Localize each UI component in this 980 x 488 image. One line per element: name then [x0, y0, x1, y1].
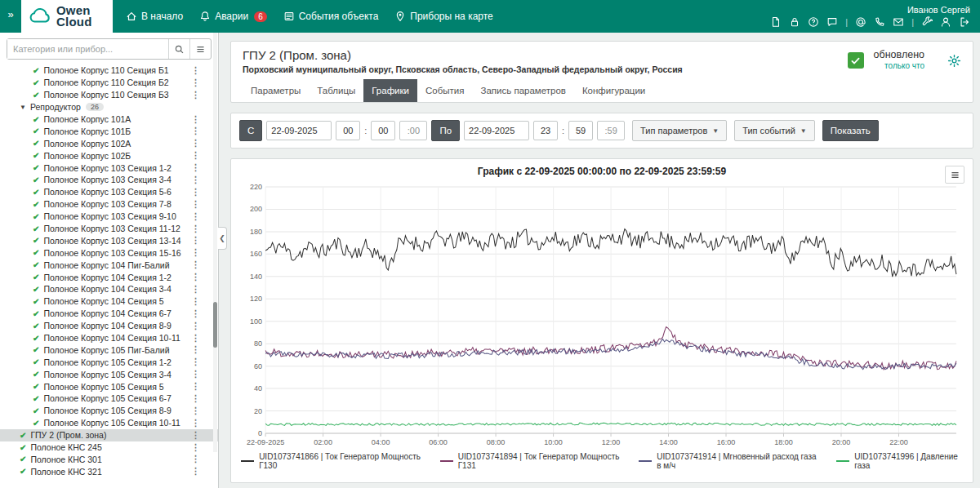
legend-item[interactable]: UID1073741866 | Ток Генератор Мощность Г…: [241, 452, 422, 470]
tree-device-row[interactable]: ✔Полоное Корпус 103 Секция 5-6⋮: [0, 186, 218, 198]
legend-item[interactable]: UID1073741996 | Давление газа: [836, 452, 963, 470]
help-icon[interactable]: [808, 16, 819, 28]
menu-icon[interactable]: [189, 39, 211, 59]
nav-item[interactable]: Приборы на карте: [394, 11, 492, 22]
item-menu-icon[interactable]: ⋮: [191, 442, 200, 453]
tree-device-row[interactable]: ✔Полоное Корпус 104 Секция 6-7⋮: [0, 308, 218, 320]
item-menu-icon[interactable]: ⋮: [191, 393, 200, 404]
wrench-icon[interactable]: [921, 16, 933, 28]
tree-device-row[interactable]: ✔Полоное Корпус 101Б⋮: [0, 125, 218, 137]
item-menu-icon[interactable]: ⋮: [191, 369, 200, 379]
item-menu-icon[interactable]: ⋮: [191, 272, 200, 282]
search-input[interactable]: [7, 39, 168, 59]
from-seconds-field[interactable]: [399, 121, 427, 140]
item-menu-icon[interactable]: ⋮: [191, 90, 200, 100]
file-icon[interactable]: [770, 16, 782, 28]
tree-device-row[interactable]: ✔Полоное Корпус 105 Пиг-Балий⋮: [0, 344, 218, 356]
from-hour-input[interactable]: [336, 121, 360, 140]
tree-device-row[interactable]: ✔Полоное Корпус 103 Секция 15-16⋮: [0, 246, 218, 259]
tree-group-row[interactable]: ▼Репродуктор26: [0, 101, 218, 113]
tree-device-row[interactable]: ✔Полоное Корпус 105 Секция 6-7⋮: [0, 393, 218, 405]
tree-device-row[interactable]: ✔Полоное Корпус 110 Секция Б2⋮: [0, 77, 218, 89]
to-date-input[interactable]: [464, 121, 529, 140]
item-menu-icon[interactable]: ⋮: [191, 284, 200, 295]
to-seconds-field[interactable]: [597, 121, 625, 140]
sidebar-collapse-handle[interactable]: ❮: [218, 227, 227, 250]
item-menu-icon[interactable]: ⋮: [191, 260, 200, 270]
item-menu-icon[interactable]: ⋮: [191, 65, 200, 76]
tree-device-row[interactable]: ✔Полоное Корпус 104 Пиг-Балий⋮: [0, 259, 218, 271]
nav-item[interactable]: Аварии6: [199, 11, 267, 22]
sidebar-scrollbar[interactable]: [213, 33, 217, 452]
item-menu-icon[interactable]: ⋮: [191, 114, 200, 125]
event-type-dropdown[interactable]: Тип событий▼: [734, 120, 815, 141]
tree-device-row[interactable]: ✔Полоное КНС 301⋮: [0, 454, 218, 466]
nav-item[interactable]: События объекта: [283, 11, 379, 22]
tab-события[interactable]: События: [417, 79, 472, 102]
tree-device-row[interactable]: ✔Полоное Корпус 105 Секция 3-4⋮: [0, 368, 218, 380]
phone-icon[interactable]: [874, 16, 885, 28]
sidebar-collapse-button[interactable]: »: [0, 0, 21, 33]
chart-export-menu-icon[interactable]: [945, 166, 964, 184]
param-type-dropdown[interactable]: Тип параметров▼: [632, 120, 727, 141]
user-icon[interactable]: [940, 16, 951, 28]
tree-device-row[interactable]: ✔Полоное Корпус 104 Секция 8-9⋮: [0, 320, 218, 332]
tree-device-row[interactable]: ✔Полоное Корпус 110 Секция Б1⋮: [0, 64, 218, 77]
tab-таблицы[interactable]: Таблицы: [309, 79, 363, 102]
item-menu-icon[interactable]: ⋮: [191, 381, 200, 392]
item-menu-icon[interactable]: ⋮: [191, 333, 200, 344]
tree-device-row[interactable]: ✔Полоное Корпус 103 Секция 1-2⋮: [0, 162, 218, 174]
tab-графики[interactable]: Графики: [363, 79, 417, 102]
item-menu-icon[interactable]: ⋮: [191, 406, 200, 416]
item-menu-icon[interactable]: ⋮: [191, 211, 200, 222]
item-menu-icon[interactable]: ⋮: [191, 247, 200, 258]
legend-item[interactable]: UID1073741894 | Ток Генератор Мощность Г…: [440, 452, 621, 470]
item-menu-icon[interactable]: ⋮: [191, 78, 200, 88]
tree-device-row[interactable]: ✔Полоное Корпус 102А⋮: [0, 137, 218, 149]
tree-device-row[interactable]: ✔Полоное Корпус 105 Секция 10-11⋮: [0, 417, 218, 429]
tree-device-row[interactable]: ✔Полоное Корпус 104 Секция 5⋮: [0, 295, 218, 308]
item-menu-icon[interactable]: ⋮: [191, 357, 200, 367]
item-menu-icon[interactable]: ⋮: [191, 187, 200, 197]
legend-item[interactable]: UID1073741914 | Мгновенный расход газа в…: [639, 452, 818, 470]
item-menu-icon[interactable]: ⋮: [191, 454, 200, 464]
item-menu-icon[interactable]: ⋮: [191, 430, 200, 441]
item-menu-icon[interactable]: ⋮: [191, 466, 200, 477]
chat-icon[interactable]: [826, 16, 838, 28]
tree-device-row[interactable]: ✔Полоное КНС 321⋮: [0, 465, 218, 477]
tab-запись параметров[interactable]: Запись параметров: [472, 79, 573, 102]
from-minute-input[interactable]: [371, 121, 395, 140]
at-icon[interactable]: [855, 16, 866, 28]
tree-device-row[interactable]: ✔Полоное Корпус 101А⋮: [0, 113, 218, 126]
app-logo[interactable]: OwenCloud: [21, 0, 113, 33]
tree-device-row[interactable]: ✔Полоное Корпус 103 Секция 9-10⋮: [0, 211, 218, 223]
tree-device-row[interactable]: ✔Полоное Корпус 105 Секция 5⋮: [0, 380, 218, 393]
tab-конфигурации[interactable]: Конфигурации: [574, 79, 653, 102]
tree-device-row[interactable]: ✔Полоное Корпус 103 Секция 7-8⋮: [0, 198, 218, 211]
tree-device-row[interactable]: ✔Полоное Корпус 104 Секция 3-4⋮: [0, 283, 218, 295]
tree-device-row[interactable]: ✔Полоное Корпус 110 Секция Б3⋮: [0, 89, 218, 101]
show-button[interactable]: Показать: [822, 120, 879, 141]
tab-параметры[interactable]: Параметры: [243, 79, 309, 102]
from-button[interactable]: С: [239, 120, 262, 141]
tree-device-row[interactable]: ✔Полоное Корпус 102Б⋮: [0, 149, 218, 162]
tree-device-row[interactable]: ✔Полоное Корпус 103 Секция 13-14⋮: [0, 234, 218, 246]
to-button[interactable]: По: [431, 120, 460, 141]
item-menu-icon[interactable]: ⋮: [191, 418, 200, 428]
item-menu-icon[interactable]: ⋮: [191, 138, 200, 149]
tree-device-row[interactable]: ✔Полоное Корпус 103 Секция 11-12⋮: [0, 223, 218, 235]
to-hour-input[interactable]: [533, 121, 558, 140]
chart-plot[interactable]: 02040608010012014016018020022022-09-2025…: [241, 180, 963, 451]
search-icon[interactable]: [168, 39, 189, 59]
item-menu-icon[interactable]: ⋮: [191, 199, 200, 210]
logout-icon[interactable]: [959, 16, 970, 28]
caret-down-icon[interactable]: ▼: [20, 104, 26, 111]
from-date-input[interactable]: [266, 121, 332, 140]
item-menu-icon[interactable]: ⋮: [191, 308, 200, 319]
item-menu-icon[interactable]: ⋮: [191, 344, 200, 355]
scrollbar-thumb[interactable]: [213, 302, 217, 348]
lock-icon[interactable]: [789, 16, 800, 28]
item-menu-icon[interactable]: ⋮: [191, 224, 200, 234]
item-menu-icon[interactable]: ⋮: [191, 321, 200, 331]
item-menu-icon[interactable]: ⋮: [191, 162, 200, 173]
